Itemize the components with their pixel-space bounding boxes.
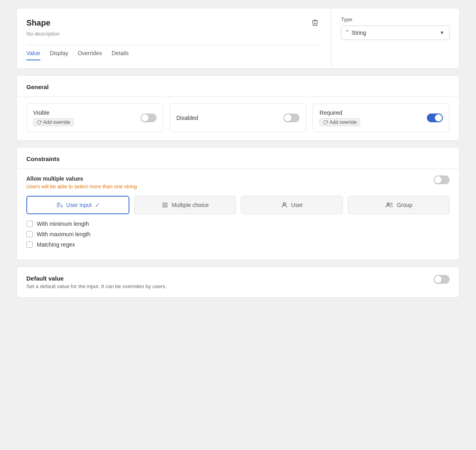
min-length-checkbox[interactable]	[26, 221, 33, 227]
edit-lines-icon	[56, 201, 63, 209]
tab-details[interactable]: Details	[111, 50, 129, 60]
min-length-label: With minimum length	[37, 221, 89, 227]
default-value-text: Default value Set a default value for th…	[26, 275, 167, 289]
input-type-group-label: Group	[397, 202, 413, 208]
visible-control: Visible Add override	[26, 104, 163, 132]
allow-multiple-row: Allow multiple values Users will be able…	[26, 175, 450, 189]
menu-icon	[161, 201, 169, 209]
regex-label: Matching regex	[37, 241, 75, 248]
tabs-row: Value Display Overrides Details	[26, 45, 321, 60]
page-container: Shape No description Value Display Overr…	[16, 8, 460, 298]
input-type-group[interactable]: Group	[348, 196, 450, 214]
quote-icon: “	[346, 29, 348, 36]
header-left: Shape No description Value Display Overr…	[17, 8, 331, 68]
disabled-label: Disabled	[177, 115, 198, 121]
max-length-checkbox[interactable]	[26, 231, 33, 237]
disabled-label-wrap: Disabled	[177, 115, 198, 121]
default-value-subtitle: Set a default value for the input. It ca…	[26, 283, 167, 289]
input-type-user-input[interactable]: User input ✓	[26, 196, 129, 214]
regex-checkbox[interactable]	[26, 241, 33, 248]
default-value-card: Default value Set a default value for th…	[16, 267, 460, 298]
header-card: Shape No description Value Display Overr…	[16, 8, 460, 69]
type-label: Type	[341, 16, 450, 22]
default-value-title: Default value	[26, 275, 167, 282]
constraints-title: Constraints	[26, 155, 450, 162]
visible-toggle[interactable]	[141, 113, 157, 122]
type-select-inner: “ String	[346, 29, 366, 36]
tab-display[interactable]: Display	[50, 50, 68, 60]
shape-description: No description	[26, 31, 321, 37]
svg-point-7	[387, 203, 389, 205]
type-select[interactable]: “ String ▼	[341, 26, 450, 40]
constraints-divider	[17, 169, 459, 169]
visible-toggle-knob	[141, 114, 149, 121]
delete-button[interactable]	[309, 16, 321, 29]
input-type-user-label: User	[291, 202, 303, 208]
controls-row: Visible Add override Disabled	[26, 104, 450, 132]
override-refresh-icon	[37, 120, 42, 125]
tab-overrides[interactable]: Overrides	[78, 50, 102, 60]
type-value: String	[351, 30, 366, 36]
input-type-multiple-choice-label: Multiple choice	[172, 202, 209, 208]
max-length-row: With maximum length	[26, 231, 450, 237]
default-value-toggle-knob	[434, 276, 442, 283]
allow-multiple-text: Allow multiple values Users will be able…	[26, 175, 137, 189]
svg-point-6	[283, 203, 286, 205]
min-length-row: With minimum length	[26, 221, 450, 227]
disabled-control: Disabled	[170, 104, 307, 132]
allow-multiple-toggle-knob	[434, 176, 442, 183]
input-type-user-input-label: User input	[66, 202, 92, 208]
shape-title-text: Shape	[26, 18, 50, 28]
allow-multiple-subtitle: Users will be able to select more than o…	[26, 183, 137, 189]
regex-row: Matching regex	[26, 241, 450, 248]
input-type-row: User input ✓ Multiple choice User	[26, 196, 450, 214]
max-length-label: With maximum length	[37, 231, 91, 237]
default-value-inner: Default value Set a default value for th…	[26, 275, 450, 289]
general-card: General Visible Add override	[16, 75, 460, 141]
general-divider	[17, 97, 459, 97]
visible-label: Visible	[33, 110, 74, 116]
check-icon: ✓	[95, 202, 100, 208]
constraints-card: Constraints Allow multiple values Users …	[16, 147, 460, 260]
input-type-multiple-choice[interactable]: Multiple choice	[134, 196, 236, 214]
svg-point-8	[390, 203, 392, 205]
visible-label-wrap: Visible Add override	[33, 110, 74, 126]
user-icon	[281, 201, 288, 209]
required-override-refresh-icon	[323, 120, 328, 125]
required-label: Required	[319, 110, 360, 116]
disabled-toggle-knob	[284, 114, 292, 121]
visible-add-override-button[interactable]: Add override	[33, 118, 74, 126]
input-type-user[interactable]: User	[241, 196, 343, 214]
allow-multiple-toggle[interactable]	[434, 175, 450, 184]
required-toggle-knob	[435, 114, 442, 121]
required-control: Required Add override	[313, 104, 450, 132]
allow-multiple-title: Allow multiple values	[26, 175, 137, 182]
group-icon	[385, 201, 394, 209]
tab-value[interactable]: Value	[26, 50, 40, 60]
shape-title-row: Shape	[26, 16, 321, 29]
default-value-toggle[interactable]	[434, 275, 450, 284]
required-label-wrap: Required Add override	[319, 110, 360, 126]
header-right: Type “ String ▼	[331, 8, 459, 68]
chevron-down-icon: ▼	[440, 30, 444, 36]
required-toggle[interactable]	[427, 113, 443, 122]
required-add-override-button[interactable]: Add override	[319, 118, 360, 126]
general-title: General	[26, 84, 450, 90]
disabled-toggle[interactable]	[284, 113, 299, 122]
